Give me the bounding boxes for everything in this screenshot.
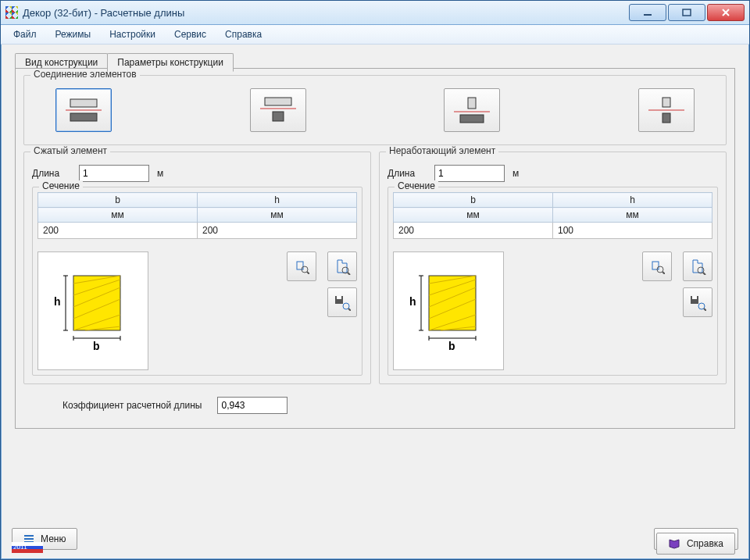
svg-line-35 bbox=[348, 273, 350, 275]
svg-rect-9 bbox=[273, 112, 284, 121]
menu-help[interactable]: Справка bbox=[217, 27, 270, 41]
group-idle: Неработающий элемент Длина м Сечение bh … bbox=[379, 152, 727, 384]
section-table-right: bh мммм 200100 bbox=[393, 192, 712, 239]
connection-option-3[interactable] bbox=[444, 88, 500, 132]
titlebar: Декор (32-бит) - Расчетные длины bbox=[1, 1, 749, 25]
length-label-left: Длина bbox=[32, 168, 71, 179]
val-h-right[interactable]: 100 bbox=[553, 223, 712, 239]
section-label-right: Сечение bbox=[395, 180, 438, 191]
col-b-left: b bbox=[38, 193, 198, 208]
svg-rect-64 bbox=[24, 535, 34, 537]
book-icon bbox=[668, 538, 680, 549]
svg-text:b: b bbox=[93, 340, 100, 352]
val-h-left[interactable]: 200 bbox=[198, 223, 357, 239]
col-h-right: h bbox=[553, 193, 712, 208]
svg-rect-65 bbox=[24, 538, 34, 540]
group-compressed-label: Сжатый элемент bbox=[30, 145, 110, 156]
unit-h-left: мм bbox=[198, 208, 357, 223]
group-idle-label: Неработающий элемент bbox=[386, 145, 498, 156]
coef-label: Коэффициент расчетной длины bbox=[62, 400, 202, 411]
svg-rect-6 bbox=[70, 113, 97, 121]
subgroup-section-right: Сечение bh мммм 200100 bbox=[388, 187, 718, 376]
help-button[interactable]: Справка bbox=[656, 533, 735, 555]
svg-point-38 bbox=[343, 303, 349, 309]
svg-rect-1 bbox=[683, 9, 691, 16]
svg-rect-11 bbox=[468, 98, 476, 109]
col-b-right: b bbox=[394, 193, 553, 208]
app-window: Декор (32-бит) - Расчетные длины Файл Ре… bbox=[0, 0, 750, 560]
svg-rect-37 bbox=[337, 296, 341, 299]
year-flag: 2011 bbox=[12, 542, 43, 553]
svg-line-63 bbox=[704, 309, 706, 311]
subgroup-section-left: Сечение bh мммм 200200 bbox=[32, 187, 362, 376]
inspect-left[interactable] bbox=[327, 251, 357, 281]
menu-settings[interactable]: Настройки bbox=[102, 27, 163, 41]
window-title: Декор (32-бит) - Расчетные длины bbox=[23, 7, 629, 19]
svg-text:h: h bbox=[54, 295, 61, 308]
svg-line-39 bbox=[348, 309, 351, 311]
close-button[interactable] bbox=[707, 4, 745, 21]
svg-rect-8 bbox=[265, 98, 291, 105]
tab-page-params: Соединение элементов bbox=[15, 68, 735, 429]
length-unit-left: м bbox=[157, 168, 163, 179]
length-input-right[interactable] bbox=[434, 165, 505, 182]
svg-rect-14 bbox=[662, 98, 670, 107]
svg-rect-5 bbox=[70, 99, 97, 107]
menu-button-label: Меню bbox=[41, 533, 66, 544]
menu-file[interactable]: Файл bbox=[5, 27, 45, 41]
connection-option-4[interactable] bbox=[638, 88, 695, 132]
length-label-right: Длина bbox=[388, 168, 427, 179]
section-preview-left: h b bbox=[38, 251, 148, 370]
section-preview-right: h b bbox=[393, 251, 504, 370]
minimize-button[interactable] bbox=[629, 4, 666, 21]
svg-rect-61 bbox=[692, 296, 697, 299]
zoom-section-left[interactable] bbox=[287, 251, 316, 281]
svg-line-57 bbox=[662, 272, 665, 274]
coef-value bbox=[217, 397, 288, 414]
svg-point-62 bbox=[698, 303, 705, 309]
menu-modes[interactable]: Режимы bbox=[48, 27, 99, 41]
connection-option-2[interactable] bbox=[250, 88, 306, 132]
help-button-label: Справка bbox=[687, 538, 723, 549]
save-inspect-left[interactable] bbox=[327, 287, 357, 317]
svg-line-59 bbox=[703, 273, 705, 275]
svg-rect-15 bbox=[662, 113, 670, 123]
length-input-left[interactable] bbox=[79, 165, 149, 182]
section-table-left: bh мммм 200200 bbox=[38, 192, 357, 239]
svg-text:b: b bbox=[448, 340, 455, 352]
maximize-button[interactable] bbox=[668, 4, 705, 21]
menubar: Файл Режимы Настройки Сервис Справка bbox=[1, 25, 749, 45]
connection-option-1[interactable] bbox=[55, 88, 112, 132]
client-area: Вид конструкции Параметры конструкции Со… bbox=[4, 45, 746, 556]
menu-service[interactable]: Сервис bbox=[166, 27, 214, 41]
col-h-left: h bbox=[198, 193, 357, 208]
inspect-right[interactable] bbox=[683, 251, 712, 281]
svg-rect-12 bbox=[460, 115, 484, 123]
svg-line-33 bbox=[307, 272, 309, 274]
length-unit-right: м bbox=[512, 168, 519, 179]
unit-h-right: мм bbox=[553, 208, 712, 223]
zoom-section-right[interactable] bbox=[642, 251, 672, 281]
group-connection: Соединение элементов bbox=[23, 75, 727, 145]
val-b-left[interactable]: 200 bbox=[38, 223, 198, 239]
unit-b-left: мм bbox=[38, 208, 198, 223]
section-label-left: Сечение bbox=[39, 180, 83, 191]
unit-b-right: мм bbox=[394, 208, 553, 223]
save-inspect-right[interactable] bbox=[683, 287, 712, 317]
app-icon bbox=[5, 6, 18, 19]
group-compressed: Сжатый элемент Длина м Сечение bh мммм 2… bbox=[23, 152, 371, 384]
svg-text:h: h bbox=[409, 295, 416, 308]
tab-params[interactable]: Параметры конструкции bbox=[107, 53, 234, 72]
val-b-right[interactable]: 200 bbox=[394, 223, 553, 239]
